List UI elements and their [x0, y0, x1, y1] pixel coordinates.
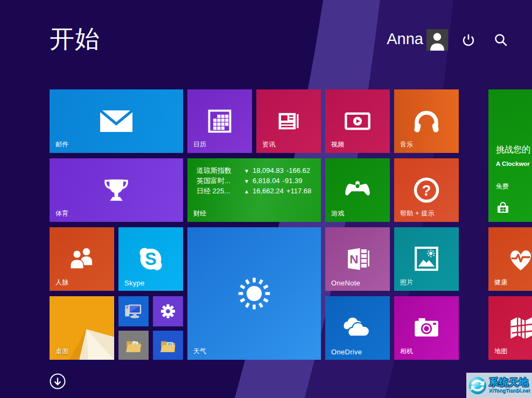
tile-photos[interactable]: 照片 — [394, 227, 459, 291]
avatar[interactable] — [426, 29, 448, 51]
tile-help-tips[interactable]: ? 帮助 + 提示 — [394, 158, 459, 222]
tile-label: 帮助 + 提示 — [400, 209, 435, 218]
tile-health[interactable]: 健康 — [488, 227, 532, 291]
tile-label: 人脉 — [55, 278, 69, 287]
store-game-price: 免费 — [496, 182, 509, 191]
tile-news[interactable]: 资讯 — [256, 89, 321, 153]
envelope-icon — [50, 89, 183, 153]
tile-onenote[interactable]: N OneNote — [325, 227, 390, 291]
stock-list: 道琼斯指数▼18,094.83-166.62 英国富时...▼6,818.04-… — [197, 166, 311, 197]
tile-mail[interactable]: 邮件 — [50, 89, 183, 153]
svg-text:?: ? — [422, 182, 431, 199]
search-icon — [494, 33, 508, 47]
expand-apps-button[interactable] — [50, 373, 66, 389]
page-title: 开始 — [50, 23, 100, 56]
tile-label: 相机 — [400, 347, 414, 356]
watermark-text: 系统天地 XiTongTianDi.net — [489, 378, 530, 393]
watermark-title: 系统天地 — [489, 378, 530, 388]
store-bag-icon — [496, 200, 510, 217]
tile-games[interactable]: 游戏 — [325, 158, 390, 222]
stock-row: 道琼斯指数▼18,094.83-166.62 — [197, 166, 311, 176]
tile-label: 音乐 — [400, 140, 414, 149]
tile-label: OneDrive — [331, 348, 362, 356]
gear-icon — [153, 296, 183, 326]
watermark-url: XiTongTianDi.net — [489, 388, 530, 393]
computer-icon — [118, 296, 149, 326]
tile-label: 视频 — [331, 140, 345, 149]
tile-documents-folder[interactable] — [118, 331, 149, 360]
tile-desktop[interactable]: 桌面 — [50, 296, 114, 360]
tile-onedrive[interactable]: OneDrive — [325, 296, 390, 360]
tile-label: 资讯 — [262, 140, 276, 149]
tile-maps[interactable]: 地图 — [488, 296, 532, 360]
tile-pc-settings[interactable] — [153, 296, 183, 326]
tile-calendar[interactable]: 日历 — [187, 89, 252, 153]
user-name: Anna — [334, 30, 423, 48]
svg-text:S: S — [145, 249, 157, 269]
user-silhouette-icon — [426, 29, 448, 51]
start-screen: 开始 Anna 邮件 — [0, 0, 532, 398]
tile-label: 地图 — [494, 347, 508, 356]
tile-label: OneNote — [331, 279, 360, 287]
tile-skype[interactable]: S Skype — [118, 227, 183, 291]
svg-text:N: N — [349, 253, 358, 266]
tile-weather[interactable]: 天气 — [187, 227, 321, 360]
tile-label: 财经 — [193, 209, 207, 218]
tile-music[interactable]: 音乐 — [394, 89, 459, 153]
tile-people[interactable]: 人脉 — [50, 227, 114, 291]
tile-finance[interactable]: 道琼斯指数▼18,094.83-166.62 英国富时...▼6,818.04-… — [187, 158, 321, 222]
tile-label: Skype — [124, 279, 145, 287]
tile-label: 桌面 — [55, 347, 69, 356]
tile-label: 天气 — [193, 347, 207, 356]
folder-pictures-icon — [153, 331, 183, 360]
tile-store-game[interactable]: 挑战您的 A Clockwor 免费 — [488, 89, 532, 222]
tile-pictures-folder[interactable] — [153, 331, 183, 360]
tile-label: 健康 — [494, 278, 508, 287]
power-icon — [461, 33, 475, 47]
folder-documents-icon — [118, 331, 149, 360]
stock-row: 英国富时...▼6,818.04-91.39 — [197, 176, 311, 186]
tile-this-pc[interactable] — [118, 296, 149, 326]
tile-label: 体育 — [55, 209, 69, 218]
search-button[interactable] — [494, 33, 508, 47]
down-arrow-icon — [50, 373, 66, 389]
tile-label: 邮件 — [55, 140, 69, 149]
stock-row: 日经 225...▲16,662.24+117.68 — [197, 186, 311, 197]
tile-label: 日历 — [193, 140, 207, 149]
watermark: 系统天地 XiTongTianDi.net — [466, 373, 532, 398]
store-game-title: 挑战您的 — [496, 144, 530, 156]
tile-label: 照片 — [400, 278, 414, 287]
tile-sports[interactable]: 体育 — [50, 158, 183, 222]
tile-video[interactable]: 视频 — [325, 89, 390, 153]
tile-camera[interactable]: 相机 — [394, 296, 459, 360]
power-button[interactable] — [461, 33, 475, 47]
tile-label: 游戏 — [331, 209, 345, 218]
trophy-icon — [50, 158, 183, 222]
sun-icon — [187, 227, 321, 360]
store-game-subtitle: A Clockwor — [496, 160, 530, 167]
watermark-logo-icon — [468, 376, 487, 395]
